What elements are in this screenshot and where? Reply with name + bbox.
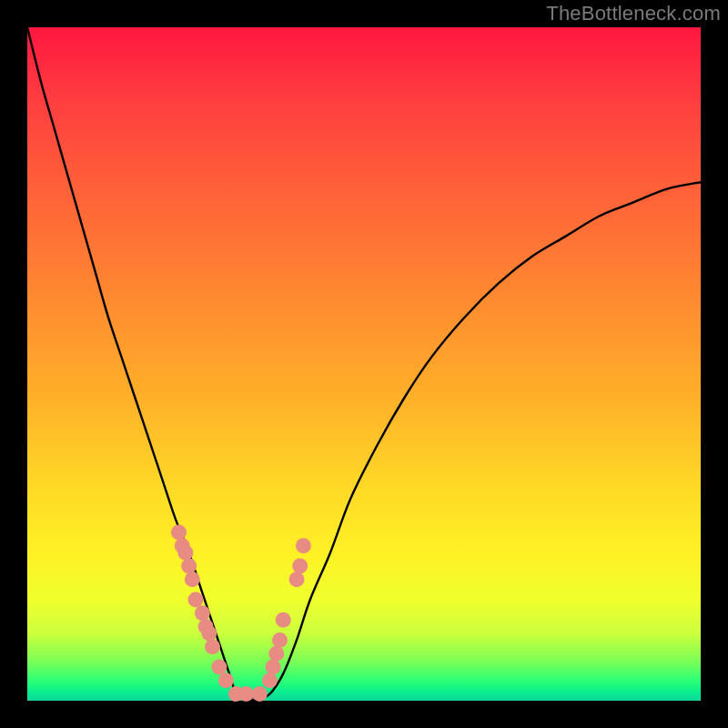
data-point — [296, 538, 311, 553]
data-point — [205, 639, 220, 654]
data-point — [185, 571, 200, 587]
data-point — [238, 686, 254, 702]
data-point — [292, 559, 308, 574]
data-point — [211, 660, 227, 675]
data-point — [276, 612, 291, 628]
data-point — [181, 559, 197, 574]
data-point — [177, 545, 193, 561]
data-point — [272, 632, 288, 648]
watermark-text: TheBottleneck.com — [546, 2, 721, 25]
data-point — [268, 646, 284, 662]
data-point — [188, 592, 204, 608]
chart-container: TheBottleneck.com — [0, 0, 728, 728]
data-point — [266, 660, 281, 675]
data-point — [252, 686, 268, 702]
bottleneck-curve — [27, 27, 701, 700]
data-point — [262, 672, 278, 688]
data-point — [218, 672, 234, 688]
data-point — [201, 626, 217, 642]
chart-svg — [27, 27, 701, 701]
plot-area — [27, 27, 701, 701]
data-point — [289, 571, 305, 587]
data-points — [171, 525, 311, 703]
data-point — [195, 605, 210, 621]
data-point — [171, 525, 187, 541]
